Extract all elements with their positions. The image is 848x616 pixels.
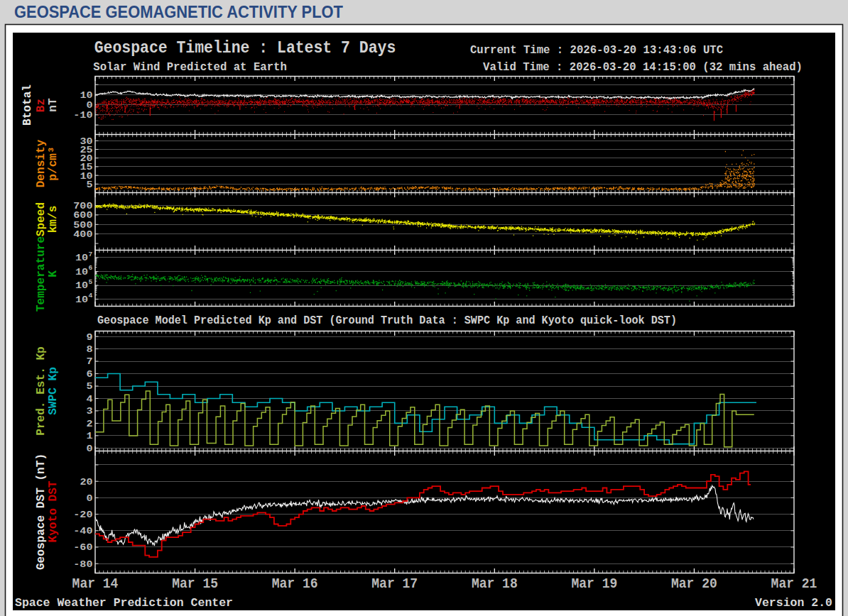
svg-text:Geospace Model Predicted Kp an: Geospace Model Predicted Kp and DST (Gro… bbox=[97, 314, 677, 327]
svg-text:6: 6 bbox=[89, 264, 93, 272]
svg-text:10: 10 bbox=[75, 280, 88, 291]
svg-text:Mar 21: Mar 21 bbox=[771, 576, 817, 592]
svg-text:10: 10 bbox=[80, 90, 92, 101]
svg-text:-60: -60 bbox=[73, 542, 92, 553]
svg-text:Mar 14: Mar 14 bbox=[72, 576, 119, 592]
svg-text:Mar 17: Mar 17 bbox=[371, 576, 418, 592]
svg-text:Speed: Speed bbox=[35, 202, 48, 236]
svg-text:K: K bbox=[47, 270, 60, 277]
svg-text:SWPC Kp: SWPC Kp bbox=[47, 367, 60, 415]
svg-text:Mar 15: Mar 15 bbox=[172, 576, 218, 592]
svg-text:Temperature: Temperature bbox=[35, 236, 48, 312]
svg-text:Kyoto DST: Kyoto DST bbox=[47, 480, 60, 542]
svg-text:Current Time : 2026-03-20 13:4: Current Time : 2026-03-20 13:43:06 UTC bbox=[470, 43, 723, 57]
svg-text:Density: Density bbox=[35, 139, 48, 187]
svg-text:7: 7 bbox=[86, 356, 92, 367]
svg-text:7: 7 bbox=[89, 251, 93, 258]
svg-text:5: 5 bbox=[86, 381, 92, 392]
svg-text:5: 5 bbox=[86, 180, 92, 190]
svg-text:0: 0 bbox=[86, 100, 92, 111]
svg-text:10: 10 bbox=[75, 267, 88, 277]
svg-text:1: 1 bbox=[86, 431, 92, 441]
svg-text:2: 2 bbox=[86, 419, 92, 429]
svg-text:Bz: Bz bbox=[35, 99, 48, 112]
svg-text:Mar 18: Mar 18 bbox=[472, 576, 518, 592]
svg-text:-40: -40 bbox=[73, 526, 92, 537]
svg-text:Version 2.0: Version 2.0 bbox=[755, 596, 832, 610]
svg-text:-20: -20 bbox=[73, 510, 92, 520]
svg-text:Mar 19: Mar 19 bbox=[572, 576, 618, 592]
svg-text:p/cm³: p/cm³ bbox=[47, 146, 60, 180]
svg-text:km/s: km/s bbox=[47, 206, 60, 233]
svg-text:Mar 16: Mar 16 bbox=[272, 576, 318, 592]
svg-text:10: 10 bbox=[75, 295, 88, 305]
svg-text:GEOSPACE GEOMAGNETIC ACTIVITY: GEOSPACE GEOMAGNETIC ACTIVITY PLOT bbox=[14, 2, 343, 21]
svg-text:4: 4 bbox=[89, 292, 93, 299]
svg-text:6: 6 bbox=[86, 369, 92, 380]
svg-text:3: 3 bbox=[86, 406, 92, 417]
svg-text:20: 20 bbox=[80, 477, 92, 488]
svg-text:9: 9 bbox=[86, 332, 92, 343]
svg-text:5: 5 bbox=[89, 278, 93, 286]
svg-text:-80: -80 bbox=[73, 559, 92, 570]
svg-text:10: 10 bbox=[75, 253, 88, 263]
svg-text:0: 0 bbox=[86, 493, 92, 504]
svg-text:Btotal: Btotal bbox=[21, 84, 34, 126]
svg-text:Solar Wind Predicted at Earth: Solar Wind Predicted at Earth bbox=[93, 60, 287, 74]
svg-text:Mar 20: Mar 20 bbox=[671, 576, 717, 592]
svg-text:Pred. Est. Kp: Pred. Est. Kp bbox=[35, 346, 48, 436]
svg-text:Valid Time : 2026-03-20 14:15:: Valid Time : 2026-03-20 14:15:00 (32 min… bbox=[483, 60, 803, 74]
svg-text:0: 0 bbox=[86, 444, 92, 454]
svg-text:Space Weather Prediction Cente: Space Weather Prediction Center bbox=[15, 596, 233, 610]
svg-text:-10: -10 bbox=[73, 110, 92, 121]
svg-text:4: 4 bbox=[86, 394, 92, 405]
svg-text:Geospace DST (nT): Geospace DST (nT) bbox=[35, 453, 48, 570]
svg-text:nT: nT bbox=[47, 98, 60, 112]
svg-text:Geospace Timeline : Latest 7 D: Geospace Timeline : Latest 7 Days bbox=[94, 39, 396, 57]
svg-text:8: 8 bbox=[86, 344, 92, 355]
svg-text:400: 400 bbox=[73, 229, 92, 240]
